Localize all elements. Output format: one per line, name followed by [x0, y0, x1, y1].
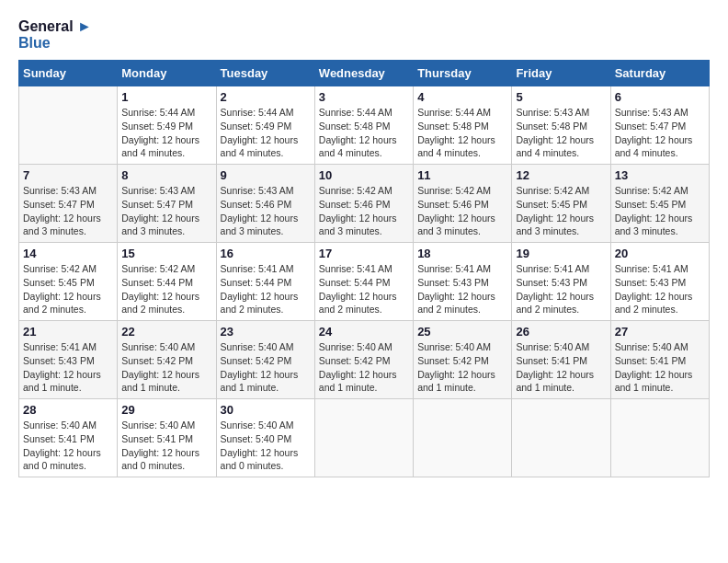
day-number: 26	[516, 325, 606, 339]
day-info: Sunrise: 5:42 AM Sunset: 5:45 PM Dayligh…	[615, 184, 705, 238]
day-number: 20	[615, 247, 705, 260]
calendar-cell: 9Sunrise: 5:43 AM Sunset: 5:46 PM Daylig…	[216, 165, 314, 243]
day-info: Sunrise: 5:41 AM Sunset: 5:43 PM Dayligh…	[615, 262, 705, 316]
calendar-cell	[414, 399, 512, 477]
calendar-cell: 25Sunrise: 5:40 AM Sunset: 5:42 PM Dayli…	[414, 321, 512, 399]
calendar-cell: 17Sunrise: 5:41 AM Sunset: 5:44 PM Dayli…	[314, 243, 413, 321]
day-info: Sunrise: 5:43 AM Sunset: 5:46 PM Dayligh…	[221, 184, 311, 238]
weekday-header-cell: Thursday	[414, 61, 512, 86]
day-number: 23	[221, 325, 311, 339]
calendar-cell: 16Sunrise: 5:41 AM Sunset: 5:44 PM Dayli…	[216, 243, 314, 321]
calendar-cell: 29Sunrise: 5:40 AM Sunset: 5:41 PM Dayli…	[118, 399, 216, 477]
calendar-cell: 11Sunrise: 5:42 AM Sunset: 5:46 PM Dayli…	[414, 165, 512, 243]
day-info: Sunrise: 5:44 AM Sunset: 5:48 PM Dayligh…	[417, 106, 507, 160]
day-info: Sunrise: 5:40 AM Sunset: 5:42 PM Dayligh…	[417, 340, 507, 395]
calendar-cell: 10Sunrise: 5:42 AM Sunset: 5:46 PM Dayli…	[314, 165, 413, 243]
day-info: Sunrise: 5:43 AM Sunset: 5:47 PM Dayligh…	[23, 184, 113, 238]
logo-text: General ► Blue	[18, 18, 92, 51]
day-info: Sunrise: 5:40 AM Sunset: 5:41 PM Dayligh…	[23, 419, 113, 473]
day-number: 29	[121, 403, 211, 417]
day-info: Sunrise: 5:41 AM Sunset: 5:44 PM Dayligh…	[221, 262, 311, 316]
day-info: Sunrise: 5:42 AM Sunset: 5:45 PM Dayligh…	[23, 262, 113, 316]
calendar-cell: 18Sunrise: 5:41 AM Sunset: 5:43 PM Dayli…	[414, 243, 512, 321]
weekday-header-cell: Sunday	[19, 61, 118, 86]
day-info: Sunrise: 5:40 AM Sunset: 5:42 PM Dayligh…	[121, 340, 211, 395]
calendar-cell	[314, 399, 413, 477]
calendar-cell: 27Sunrise: 5:40 AM Sunset: 5:41 PM Dayli…	[610, 321, 709, 399]
day-info: Sunrise: 5:40 AM Sunset: 5:42 PM Dayligh…	[221, 340, 311, 395]
day-number: 28	[23, 403, 113, 417]
day-number: 3	[319, 90, 409, 104]
day-info: Sunrise: 5:40 AM Sunset: 5:41 PM Dayligh…	[516, 340, 606, 395]
calendar-cell: 28Sunrise: 5:40 AM Sunset: 5:41 PM Dayli…	[19, 399, 118, 477]
page-header: General ► Blue	[18, 18, 710, 51]
day-info: Sunrise: 5:41 AM Sunset: 5:43 PM Dayligh…	[23, 340, 113, 395]
day-info: Sunrise: 5:40 AM Sunset: 5:41 PM Dayligh…	[121, 419, 211, 473]
day-number: 21	[23, 325, 113, 339]
day-info: Sunrise: 5:41 AM Sunset: 5:43 PM Dayligh…	[417, 262, 507, 316]
calendar-cell: 7Sunrise: 5:43 AM Sunset: 5:47 PM Daylig…	[19, 165, 118, 243]
weekday-header-cell: Saturday	[610, 61, 709, 86]
day-info: Sunrise: 5:43 AM Sunset: 5:47 PM Dayligh…	[121, 184, 211, 238]
day-info: Sunrise: 5:41 AM Sunset: 5:44 PM Dayligh…	[319, 262, 409, 316]
calendar-week-row: 7Sunrise: 5:43 AM Sunset: 5:47 PM Daylig…	[19, 165, 710, 243]
calendar-cell: 5Sunrise: 5:43 AM Sunset: 5:48 PM Daylig…	[512, 86, 610, 165]
day-info: Sunrise: 5:40 AM Sunset: 5:42 PM Dayligh…	[319, 340, 409, 395]
calendar-cell: 23Sunrise: 5:40 AM Sunset: 5:42 PM Dayli…	[216, 321, 314, 399]
weekday-header-cell: Wednesday	[314, 61, 413, 86]
day-info: Sunrise: 5:43 AM Sunset: 5:48 PM Dayligh…	[516, 106, 606, 160]
day-number: 18	[417, 247, 507, 260]
calendar-cell: 15Sunrise: 5:42 AM Sunset: 5:44 PM Dayli…	[118, 243, 216, 321]
day-number: 13	[615, 168, 705, 182]
day-info: Sunrise: 5:43 AM Sunset: 5:47 PM Dayligh…	[615, 106, 705, 160]
day-info: Sunrise: 5:41 AM Sunset: 5:43 PM Dayligh…	[516, 262, 606, 316]
calendar-cell: 8Sunrise: 5:43 AM Sunset: 5:47 PM Daylig…	[118, 165, 216, 243]
weekday-header-row: SundayMondayTuesdayWednesdayThursdayFrid…	[19, 61, 710, 86]
calendar-cell: 22Sunrise: 5:40 AM Sunset: 5:42 PM Dayli…	[118, 321, 216, 399]
day-number: 12	[516, 168, 606, 182]
calendar-cell: 20Sunrise: 5:41 AM Sunset: 5:43 PM Dayli…	[610, 243, 709, 321]
calendar-cell	[512, 399, 610, 477]
day-number: 11	[417, 168, 507, 182]
day-info: Sunrise: 5:42 AM Sunset: 5:44 PM Dayligh…	[121, 262, 211, 316]
calendar-cell	[19, 86, 118, 165]
day-number: 30	[221, 403, 311, 417]
calendar-week-row: 14Sunrise: 5:42 AM Sunset: 5:45 PM Dayli…	[19, 243, 710, 321]
calendar-cell: 30Sunrise: 5:40 AM Sunset: 5:40 PM Dayli…	[216, 399, 314, 477]
calendar-cell: 21Sunrise: 5:41 AM Sunset: 5:43 PM Dayli…	[19, 321, 118, 399]
calendar-cell: 12Sunrise: 5:42 AM Sunset: 5:45 PM Dayli…	[512, 165, 610, 243]
day-info: Sunrise: 5:44 AM Sunset: 5:49 PM Dayligh…	[121, 106, 211, 160]
calendar-cell: 24Sunrise: 5:40 AM Sunset: 5:42 PM Dayli…	[314, 321, 413, 399]
day-number: 6	[615, 90, 705, 104]
day-info: Sunrise: 5:42 AM Sunset: 5:45 PM Dayligh…	[516, 184, 606, 238]
calendar-week-row: 21Sunrise: 5:41 AM Sunset: 5:43 PM Dayli…	[19, 321, 710, 399]
calendar-cell: 3Sunrise: 5:44 AM Sunset: 5:48 PM Daylig…	[314, 86, 413, 165]
day-number: 16	[221, 247, 311, 260]
day-info: Sunrise: 5:42 AM Sunset: 5:46 PM Dayligh…	[319, 184, 409, 238]
calendar-table: SundayMondayTuesdayWednesdayThursdayFrid…	[18, 60, 710, 477]
calendar-cell: 2Sunrise: 5:44 AM Sunset: 5:49 PM Daylig…	[216, 86, 314, 165]
day-number: 4	[417, 90, 507, 104]
calendar-week-row: 28Sunrise: 5:40 AM Sunset: 5:41 PM Dayli…	[19, 399, 710, 477]
calendar-cell: 6Sunrise: 5:43 AM Sunset: 5:47 PM Daylig…	[610, 86, 709, 165]
day-number: 27	[615, 325, 705, 339]
calendar-cell: 19Sunrise: 5:41 AM Sunset: 5:43 PM Dayli…	[512, 243, 610, 321]
day-number: 22	[121, 325, 211, 339]
day-number: 25	[417, 325, 507, 339]
day-info: Sunrise: 5:40 AM Sunset: 5:41 PM Dayligh…	[615, 340, 705, 395]
day-number: 9	[221, 168, 311, 182]
day-number: 14	[23, 247, 113, 260]
calendar-cell: 13Sunrise: 5:42 AM Sunset: 5:45 PM Dayli…	[610, 165, 709, 243]
logo: General ► Blue	[18, 18, 92, 51]
day-number: 19	[516, 247, 606, 260]
day-number: 8	[121, 168, 211, 182]
calendar-cell: 1Sunrise: 5:44 AM Sunset: 5:49 PM Daylig…	[118, 86, 216, 165]
day-info: Sunrise: 5:44 AM Sunset: 5:49 PM Dayligh…	[221, 106, 311, 160]
day-info: Sunrise: 5:42 AM Sunset: 5:46 PM Dayligh…	[417, 184, 507, 238]
day-number: 10	[319, 168, 409, 182]
weekday-header-cell: Monday	[118, 61, 216, 86]
weekday-header-cell: Tuesday	[216, 61, 314, 86]
day-number: 7	[23, 168, 113, 182]
calendar-body: 1Sunrise: 5:44 AM Sunset: 5:49 PM Daylig…	[19, 86, 710, 477]
day-number: 15	[121, 247, 211, 260]
